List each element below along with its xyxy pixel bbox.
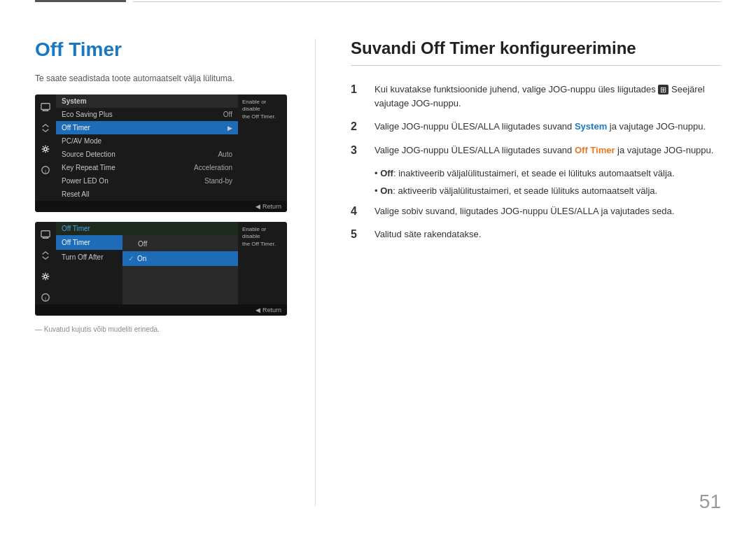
svg-rect-0: [41, 104, 50, 110]
submenu-right: Off ✓ On: [122, 235, 238, 304]
monitor-icon-2: [38, 227, 52, 241]
info-icon-2: i: [38, 290, 52, 304]
side-icons-1: i: [35, 94, 56, 201]
step-2: 2 Valige JOG-nuppu ÜLES/ALLA liigutades …: [351, 120, 721, 134]
monitor-mockup-1: i System Eco Saving Plus Off Off Timer ▶: [35, 94, 287, 212]
enable-label-1: Enable or disablethe Off Timer.: [242, 99, 284, 120]
arrows-icon-2: [38, 248, 52, 262]
step-1: 1 Kui kuvatakse funktsioonide juhend, va…: [351, 83, 721, 110]
menu-area-2: Off Timer Off Timer Turn Off After Off: [56, 222, 287, 304]
gear-icon: [38, 142, 52, 156]
step-3: 3 Valige JOG-nuppu ÜLES/ALLA liigutades …: [351, 143, 721, 157]
monitor-mockup-2: i Off Timer Off Timer Turn Off After: [35, 222, 287, 316]
submenu-left: Off Timer Turn Off After: [56, 235, 122, 304]
svg-point-4: [44, 148, 47, 150]
menu-item-offtimer: Off Timer ▶: [56, 121, 238, 134]
menu-item-reset: Reset All: [56, 188, 238, 201]
svg-text:i: i: [45, 169, 46, 174]
menu-item-keyrepeat: Key Repeat Time Acceleration: [56, 161, 238, 174]
menu-item-eco: Eco Saving Plus Off: [56, 108, 238, 121]
right-column: Suvandi Off Timer konfigureerimine 1 Kui…: [315, 38, 721, 506]
arrows-icon: [38, 121, 52, 135]
submenu-turnoff: Turn Off After: [56, 250, 122, 265]
monitor-icon: [38, 100, 52, 114]
return-bar-1: ◀ Return: [35, 201, 287, 212]
side-icons-2: i: [35, 222, 56, 304]
bullet-points: Off: inaktiveerib väljalülitustaimeri, e…: [374, 167, 721, 199]
subtitle-text: Te saate seadistada toote automaatselt v…: [35, 73, 294, 83]
bullet-on: On: aktiveerib väljalülitustaimeri, et s…: [374, 184, 721, 199]
page-number: 51: [699, 491, 721, 513]
submenu-offtimer: Off Timer: [56, 235, 122, 250]
menu-item-pcav: PC/AV Mode: [56, 134, 238, 148]
step-5: 5 Valitud säte rakendatakse.: [351, 227, 721, 241]
gear-icon-2: [38, 269, 52, 283]
info-icon: i: [38, 163, 52, 177]
step-4: 4 Valige sobiv suvand, liigutades JOG-nu…: [351, 204, 721, 218]
option-off: Off: [122, 237, 238, 251]
menu-header-1: System: [56, 94, 238, 108]
svg-point-11: [44, 275, 47, 278]
option-on: ✓ On: [122, 251, 238, 266]
bullet-off: Off: inaktiveerib väljalülitustaimeri, e…: [374, 167, 721, 181]
menu-header-2: Off Timer: [56, 222, 238, 235]
right-column-title: Suvandi Off Timer konfigureerimine: [351, 38, 721, 66]
svg-text:i: i: [45, 296, 46, 301]
note-text: Kuvatud kujutis võib mudeliti erineda.: [35, 325, 294, 333]
enable-label-2: Enable or disablethe Off Timer.: [242, 226, 284, 248]
left-column: Off Timer Te saate seadistada toote auto…: [35, 38, 315, 506]
menu-item-source: Source Detection Auto: [56, 148, 238, 161]
steps-list: 1 Kui kuvatakse funktsioonide juhend, va…: [351, 83, 721, 241]
menu-area-1: System Eco Saving Plus Off Off Timer ▶ P…: [56, 94, 287, 201]
menu-item-powerled: Power LED On Stand-by: [56, 174, 238, 188]
svg-rect-7: [41, 231, 50, 237]
page-title: Off Timer: [35, 38, 294, 61]
return-bar-2: ◀ Return: [35, 304, 287, 316]
